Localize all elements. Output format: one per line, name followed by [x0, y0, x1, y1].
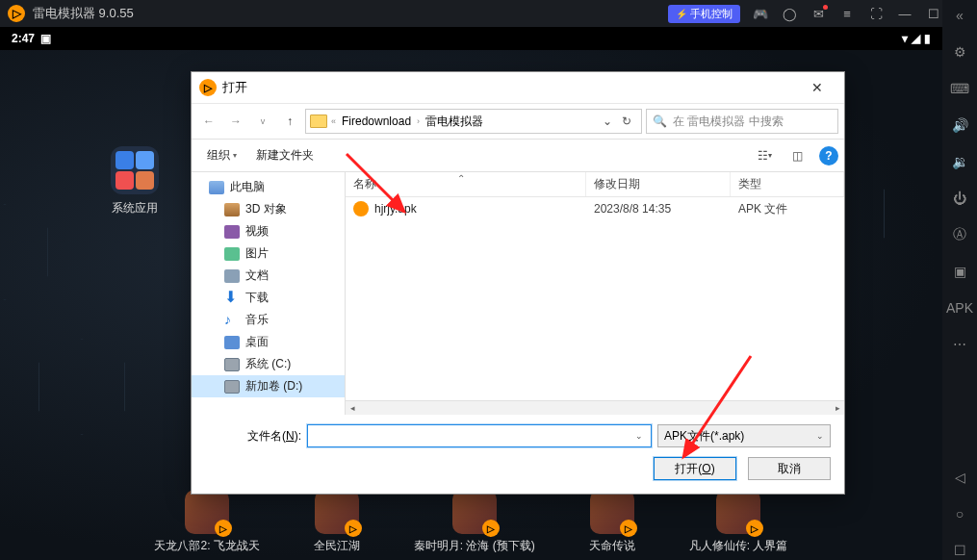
search-placeholder: 在 雷电模拟器 中搜索 [673, 114, 784, 130]
scroll-right-icon[interactable]: ▸ [831, 401, 844, 415]
folder-tree[interactable]: 此电脑 3D 对象 视频 图片 文档 ⬇下载 ♪音乐 桌面 系统 (C:) 新加… [192, 172, 346, 415]
file-date: 2023/8/8 14:35 [586, 202, 731, 216]
signal-icon: ◢ [912, 32, 920, 45]
tree-drive-d[interactable]: 新加卷 (D:) [192, 375, 345, 397]
nav-up-button[interactable]: ↑ [278, 110, 301, 133]
dock-item[interactable]: ▷秦时明月: 沧海 (预下载) [414, 490, 535, 554]
address-dropdown-icon[interactable]: ⌄ [603, 115, 612, 128]
file-list-header[interactable]: ⌃ 名称 修改日期 类型 [346, 172, 844, 197]
dnd-icon: ▣ [40, 32, 51, 45]
dialog-footer: 文件名(N): ⌄ APK文件(*.apk)⌄ 打开(O) 取消 [192, 415, 844, 494]
organize-menu[interactable]: 组织▾ [197, 143, 246, 167]
breadcrumb-seg[interactable]: 雷电模拟器 [424, 114, 485, 130]
status-time: 2:47 [12, 32, 35, 45]
volume-down-icon[interactable]: 🔉 [950, 152, 969, 171]
address-bar[interactable]: « Firedownload › 雷电模拟器 ⌄ ↻ [305, 109, 642, 134]
recent-nav-icon[interactable]: ☐ [950, 541, 969, 560]
maximize-icon[interactable]: ☐ [927, 7, 940, 20]
tree-documents[interactable]: 文档 [192, 265, 345, 287]
home-nav-icon[interactable]: ○ [950, 504, 969, 523]
power-icon[interactable]: ⏻ [950, 189, 969, 208]
file-type: APK 文件 [731, 201, 844, 217]
breadcrumb-seg[interactable]: Firedownload [340, 115, 413, 128]
tree-desktop[interactable]: 桌面 [192, 331, 345, 353]
cancel-button[interactable]: 取消 [748, 457, 831, 480]
bolt-icon: ⚡ [676, 9, 687, 19]
dialog-title: 打开 [222, 79, 247, 96]
chevron-down-icon[interactable]: ⌄ [631, 431, 647, 441]
keyboard-icon[interactable]: ⌨ [950, 79, 969, 98]
refresh-icon[interactable]: Ⓐ [950, 225, 969, 244]
sort-indicator-icon: ⌃ [457, 173, 465, 184]
preview-pane-button[interactable]: ◫ [786, 146, 808, 165]
horizontal-scrollbar[interactable]: ◂ ▸ [346, 400, 844, 415]
mail-icon[interactable]: ✉ [811, 7, 825, 20]
file-name: hjrjy.apk [374, 202, 417, 216]
open-button[interactable]: 打开(O) [654, 457, 736, 480]
dialog-navigation: ← → v ↑ « Firedownload › 雷电模拟器 ⌄ ↻ 🔍 在 雷… [192, 103, 844, 140]
dialog-titlebar: ▷ 打开 ✕ [192, 72, 844, 103]
tree-3d-objects[interactable]: 3D 对象 [192, 198, 345, 220]
app-dock: ▷天龙八部2: 飞龙战天 ▷全民江湖 ▷秦时明月: 沧海 (预下载) ▷天命传说… [0, 490, 942, 554]
wifi-icon: ▾ [902, 32, 908, 45]
app-logo-icon: ▷ [8, 5, 25, 22]
volume-up-icon[interactable]: 🔊 [950, 115, 969, 135]
menu-icon[interactable]: ≡ [840, 7, 854, 20]
tree-music[interactable]: ♪音乐 [192, 309, 345, 331]
tree-this-pc[interactable]: 此电脑 [192, 176, 345, 198]
search-input[interactable]: 🔍 在 雷电模拟器 中搜索 [646, 109, 838, 134]
apk-icon[interactable]: APK [950, 298, 969, 318]
dock-label: 天龙八部2: 飞龙战天 [154, 538, 259, 554]
dock-item[interactable]: ▷凡人修仙传: 人界篇 [689, 490, 788, 554]
minimize-icon[interactable]: — [898, 7, 912, 20]
tree-videos[interactable]: 视频 [192, 220, 345, 242]
refresh-icon[interactable]: ↻ [622, 115, 637, 128]
tree-drive-c[interactable]: 系统 (C:) [192, 353, 345, 375]
file-open-dialog: ▷ 打开 ✕ ← → v ↑ « Firedownload › 雷电模拟器 ⌄ … [191, 71, 845, 495]
filename-input[interactable]: ⌄ [307, 424, 652, 447]
tree-downloads[interactable]: ⬇下载 [192, 287, 345, 309]
dock-label: 凡人修仙传: 人界篇 [689, 538, 788, 554]
file-type-filter[interactable]: APK文件(*.apk)⌄ [657, 424, 831, 447]
record-icon[interactable]: ▣ [950, 262, 969, 281]
chevron-icon: « [331, 116, 336, 126]
dock-item[interactable]: ▷全民江湖 [314, 490, 360, 554]
emulator-titlebar: ▷ 雷电模拟器 9.0.55 ⚡ 手机控制 🎮 ◯ ✉ ≡ ⛶ — ☐ ✕ [0, 0, 977, 27]
nav-recent-dropdown[interactable]: v [251, 110, 274, 133]
column-name[interactable]: 名称 [346, 172, 586, 196]
collapse-icon[interactable]: « [950, 6, 969, 25]
chevron-right-icon: › [417, 116, 420, 126]
phone-control-label: 手机控制 [690, 7, 733, 21]
chevron-down-icon: ⌄ [816, 431, 824, 441]
file-row[interactable]: hjrjy.apk 2023/8/8 14:35 APK 文件 [346, 197, 844, 220]
dialog-toolbar: 组织▾ 新建文件夹 ☷ ▾ ◫ ? [192, 140, 844, 172]
system-apps-folder[interactable]: 系统应用 [106, 146, 164, 216]
tree-pictures[interactable]: 图片 [192, 242, 345, 265]
dock-label: 秦时明月: 沧海 (预下载) [414, 538, 535, 554]
view-mode-button[interactable]: ☷ ▾ [754, 146, 775, 165]
nav-back-button[interactable]: ← [197, 110, 220, 133]
dialog-close-button[interactable]: ✕ [798, 75, 836, 100]
battery-icon: ▮ [924, 32, 931, 45]
back-nav-icon[interactable]: ◁ [950, 468, 969, 487]
search-icon: 🔍 [653, 115, 667, 128]
filename-label: 文件名(N): [205, 428, 301, 445]
system-apps-label: 系统应用 [106, 200, 164, 216]
more-icon[interactable]: ⋯ [950, 335, 969, 354]
phone-control-button[interactable]: ⚡ 手机控制 [668, 5, 740, 23]
new-folder-button[interactable]: 新建文件夹 [246, 143, 323, 167]
dialog-app-icon: ▷ [199, 79, 217, 96]
dock-item[interactable]: ▷天命传说 [589, 490, 635, 554]
dock-label: 天命传说 [589, 538, 635, 554]
apk-file-icon [353, 201, 369, 216]
fullscreen-icon[interactable]: ⛶ [869, 7, 883, 20]
settings-icon[interactable]: ⚙ [950, 42, 969, 62]
scroll-left-icon[interactable]: ◂ [346, 401, 359, 415]
column-type[interactable]: 类型 [731, 172, 844, 196]
help-button[interactable]: ? [819, 146, 838, 165]
dock-item[interactable]: ▷天龙八部2: 飞龙战天 [154, 490, 259, 554]
android-status-bar: 2:47 ▣ ▾ ◢ ▮ [0, 27, 942, 50]
column-date[interactable]: 修改日期 [586, 172, 731, 196]
gamepad-icon[interactable]: 🎮 [754, 7, 767, 20]
user-icon[interactable]: ◯ [783, 7, 796, 20]
